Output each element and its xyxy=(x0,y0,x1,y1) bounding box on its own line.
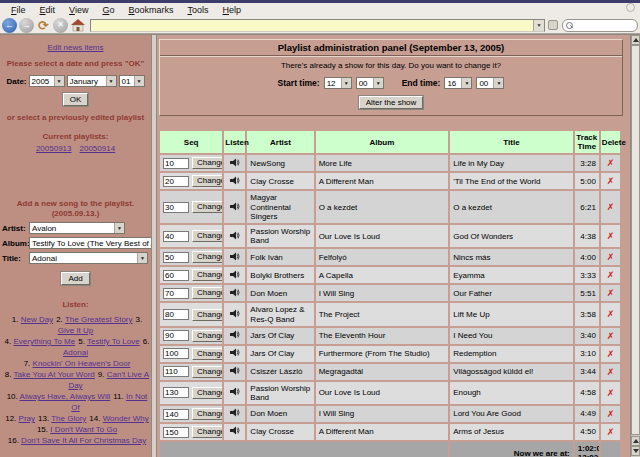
search-box[interactable] xyxy=(562,19,638,32)
speaker-icon[interactable] xyxy=(230,233,240,242)
delete-button[interactable]: ✗ xyxy=(601,155,620,171)
seq-input[interactable] xyxy=(163,158,189,169)
speaker-icon[interactable] xyxy=(230,428,240,437)
end-hour-select[interactable]: 16 ▼ xyxy=(444,77,472,89)
url-dropdown-button[interactable]: ▼ xyxy=(533,20,544,31)
start-hour-select[interactable]: 12 ▼ xyxy=(324,77,352,89)
change-button[interactable]: Change xyxy=(192,387,222,399)
delete-button[interactable]: ✗ xyxy=(601,346,620,362)
menu-file[interactable]: File xyxy=(4,4,33,16)
scroll-up-button[interactable] xyxy=(631,35,640,45)
chevron-down-icon[interactable]: ▼ xyxy=(341,78,351,88)
month-select[interactable]: January ▼ xyxy=(67,75,117,87)
chevron-down-icon[interactable]: ▼ xyxy=(137,253,147,263)
seq-input[interactable] xyxy=(163,231,189,242)
home-button[interactable] xyxy=(70,18,85,33)
chevron-down-icon[interactable]: ▼ xyxy=(461,78,471,88)
change-button[interactable]: Change xyxy=(192,408,222,420)
delete-button[interactable]: ✗ xyxy=(601,406,620,422)
change-button[interactable]: Change xyxy=(192,230,222,242)
seq-input[interactable] xyxy=(163,409,189,420)
chevron-down-icon[interactable]: ▼ xyxy=(114,223,124,233)
seq-input[interactable] xyxy=(163,288,189,299)
seq-input[interactable] xyxy=(163,270,189,281)
delete-button[interactable]: ✗ xyxy=(601,424,620,440)
change-button[interactable]: Change xyxy=(192,287,222,299)
song-link[interactable]: The Greatest Story xyxy=(65,315,133,324)
change-button[interactable]: Change xyxy=(192,426,222,438)
add-button[interactable]: Add xyxy=(61,272,89,285)
song-link[interactable]: Pray xyxy=(19,414,35,423)
speaker-icon[interactable] xyxy=(230,350,240,359)
seq-input[interactable] xyxy=(163,387,189,398)
day-select[interactable]: 01 ▼ xyxy=(119,75,145,87)
song-link[interactable]: Everything To Me xyxy=(14,337,76,346)
seq-input[interactable] xyxy=(163,309,189,320)
delete-button[interactable]: ✗ xyxy=(601,225,620,247)
delete-button[interactable]: ✗ xyxy=(601,303,620,325)
menu-view[interactable]: View xyxy=(62,4,95,16)
change-button[interactable]: Change xyxy=(192,366,222,378)
song-link[interactable]: Wonder Why xyxy=(103,414,149,423)
artist-select[interactable]: Avalon ▼ xyxy=(29,222,125,234)
chevron-down-icon[interactable]: ▼ xyxy=(373,78,383,88)
speaker-icon[interactable] xyxy=(230,368,240,377)
url-bar[interactable]: ▼ xyxy=(90,19,545,32)
speaker-icon[interactable] xyxy=(230,389,240,398)
reload-button[interactable]: ⟳ xyxy=(36,18,51,33)
seq-input[interactable] xyxy=(163,202,189,213)
playlist-link-20050913[interactable]: 20050913 xyxy=(36,144,72,153)
change-button[interactable]: Change xyxy=(192,348,222,360)
speaker-icon[interactable] xyxy=(230,272,240,281)
end-minute-select[interactable]: 00 ▼ xyxy=(476,77,504,89)
speaker-icon[interactable] xyxy=(230,254,240,263)
delete-button[interactable]: ✗ xyxy=(601,191,620,223)
edit-news-link[interactable]: Edit news items xyxy=(47,43,103,52)
back-button[interactable]: ← xyxy=(2,18,17,33)
delete-button[interactable]: ✗ xyxy=(601,382,620,404)
song-link[interactable]: Take You At Your Word xyxy=(14,370,95,379)
chevron-down-icon[interactable]: ▼ xyxy=(106,76,116,86)
title-select[interactable]: Adonai ▼ xyxy=(29,252,148,264)
speaker-icon[interactable] xyxy=(230,290,240,299)
change-button[interactable]: Change xyxy=(192,175,222,187)
song-link[interactable]: Give It Up xyxy=(58,326,94,335)
menu-tools[interactable]: Tools xyxy=(180,4,215,16)
start-minute-select[interactable]: 00 ▼ xyxy=(356,77,384,89)
change-button[interactable]: Change xyxy=(192,309,222,321)
song-link[interactable]: Don't Save It All For Christmas Day xyxy=(21,436,146,445)
delete-button[interactable]: ✗ xyxy=(601,267,620,283)
delete-button[interactable]: ✗ xyxy=(601,364,620,380)
delete-button[interactable]: ✗ xyxy=(601,328,620,344)
chevron-down-icon[interactable]: ▼ xyxy=(493,78,503,88)
change-button[interactable]: Change xyxy=(192,157,222,169)
change-button[interactable]: Change xyxy=(192,201,222,213)
ok-button[interactable]: OK xyxy=(63,93,89,106)
scrollbar-thumb[interactable] xyxy=(631,45,640,435)
song-link[interactable]: Adonai xyxy=(63,348,88,357)
scroll-down-button[interactable] xyxy=(631,446,640,456)
seq-input[interactable] xyxy=(163,348,189,359)
menu-help[interactable]: Help xyxy=(215,4,248,16)
delete-button[interactable]: ✗ xyxy=(601,173,620,189)
seq-input[interactable] xyxy=(163,330,189,341)
scroll-up-button-bottom[interactable] xyxy=(631,436,640,446)
song-link[interactable]: Knockin' On Heaven's Door xyxy=(33,359,131,368)
chevron-down-icon[interactable]: ▼ xyxy=(54,76,64,86)
song-link[interactable]: I Don't Want To Go xyxy=(50,425,117,434)
song-link[interactable]: Testify To Love xyxy=(87,337,140,346)
song-link[interactable]: Always Have, Always Will xyxy=(20,392,111,401)
playlist-link-20050914[interactable]: 20050914 xyxy=(80,144,116,153)
change-button[interactable]: Change xyxy=(192,251,222,263)
forward-button[interactable]: → xyxy=(19,18,34,33)
speaker-icon[interactable] xyxy=(230,204,240,213)
stop-button[interactable]: ✕ xyxy=(53,18,68,33)
speaker-icon[interactable] xyxy=(230,160,240,169)
speaker-icon[interactable] xyxy=(230,332,240,341)
menu-edit[interactable]: Edit xyxy=(33,4,63,16)
alter-show-button[interactable]: Alter the show xyxy=(359,96,424,109)
change-button[interactable]: Change xyxy=(192,330,222,342)
menu-go[interactable]: Go xyxy=(95,4,121,16)
album-select[interactable]: Testify To Love (The Very Best of Avalon… xyxy=(29,237,151,249)
seq-input[interactable] xyxy=(163,176,189,187)
